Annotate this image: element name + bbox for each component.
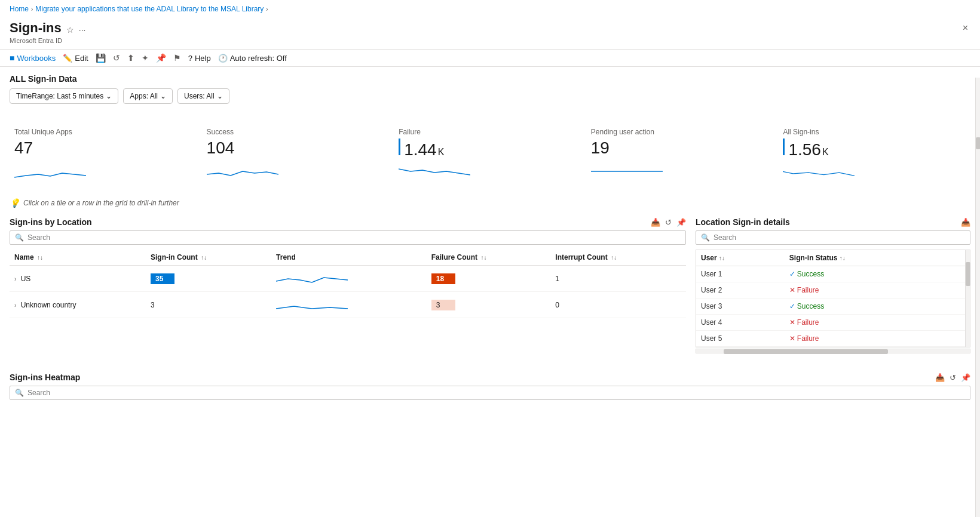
apps-label: Apps: All [130, 92, 158, 100]
stat-all-signins[interactable]: All Sign-ins 1.56K [778, 123, 970, 193]
location-detail-search-box[interactable]: 🔍 [696, 230, 970, 245]
location-detail-search-input[interactable] [713, 233, 965, 242]
user4-status-badge: ✕ Failure [789, 318, 953, 327]
failure-accent-bar [399, 139, 400, 155]
x-icon: ✕ [789, 286, 795, 294]
col-user: User ↑↓ [696, 250, 785, 266]
users-filter[interactable]: Users: All ⌄ [177, 88, 229, 104]
feedback-icon[interactable]: ⚑ [173, 53, 181, 63]
us-signin-bar: 35 [151, 273, 174, 284]
us-trend-chart [276, 269, 348, 286]
hint-row: 💡 Click on a tile or a row in the grid t… [0, 193, 980, 213]
user1-status: ✓ Success [785, 266, 958, 282]
status-sort-icon[interactable]: ↑↓ [840, 255, 846, 261]
stat-pending[interactable]: Pending user action 19 [586, 123, 779, 193]
stat-failure-value: 1.44K [399, 139, 577, 159]
table-row[interactable]: › US 35 18 [10, 266, 686, 292]
table-row[interactable]: User 2 ✕ Failure [696, 282, 970, 298]
table-row[interactable]: User 5 ✕ Failure [696, 331, 970, 347]
heatmap-title: Sign-ins Heatmap [10, 373, 80, 382]
auto-refresh-button[interactable]: 🕐 Auto refresh: Off [218, 54, 287, 63]
pin-icon[interactable]: ☆ [66, 25, 74, 35]
location-table-header-row: Name ↑↓ Sign-in Count ↑↓ Trend Failure C… [10, 250, 686, 266]
name-sort-icon[interactable]: ↑↓ [37, 254, 43, 261]
main-scrollbar-thumb [976, 137, 980, 149]
refresh-icon[interactable]: ↺ [113, 53, 120, 63]
heatmap-undo-icon[interactable]: ↺ [950, 373, 956, 382]
stats-row: Total Unique Apps 47 Success 104 Failure… [0, 113, 980, 193]
row-unknown-name: › Unknown country [10, 292, 146, 318]
timerange-chevron: ⌄ [106, 92, 112, 100]
breadcrumb-link[interactable]: Migrate your applications that use the A… [35, 5, 264, 13]
users-label: Users: All [184, 92, 215, 100]
horizontal-scrollbar[interactable] [696, 349, 970, 353]
heatmap-pin-icon[interactable]: 📌 [961, 373, 970, 382]
stat-failure[interactable]: Failure 1.44K [394, 123, 586, 193]
interrupt-count-sort-icon[interactable]: ↑↓ [611, 254, 617, 261]
help-button[interactable]: ? Help [188, 54, 211, 63]
save-icon[interactable]: 💾 [96, 53, 106, 63]
signin-count-sort-icon[interactable]: ↑↓ [201, 254, 207, 261]
apps-filter[interactable]: Apps: All ⌄ [123, 88, 173, 104]
row-us-name: › US [10, 266, 146, 292]
user2-name: User 2 [696, 282, 785, 298]
main-scrollbar[interactable] [975, 78, 980, 405]
user1-name: User 1 [696, 266, 785, 282]
col-failure-count: Failure Count ↑↓ [427, 250, 551, 266]
stat-pending-value: 19 [591, 139, 769, 158]
location-search-box[interactable]: 🔍 [10, 230, 686, 245]
heatmap-panel-header: Sign-ins Heatmap 📥 ↺ 📌 [10, 368, 970, 386]
row-unknown-failure-count: 3 [427, 292, 551, 318]
unknown-failure-bar: 3 [431, 300, 455, 310]
table-row[interactable]: User 1 ✓ Success [696, 266, 970, 282]
table-row[interactable]: › Unknown country 3 3 [10, 292, 686, 318]
detail-download-icon[interactable]: 📥 [961, 218, 970, 227]
location-detail-search-icon: 🔍 [701, 233, 710, 242]
location-panel: Sign-ins by Location 📥 ↺ 📌 🔍 Name ↑↓ Si [10, 213, 686, 353]
horizontal-scrollbar-thumb [724, 349, 888, 354]
us-expand-icon[interactable]: › [14, 276, 16, 282]
main-content: Sign-ins by Location 📥 ↺ 📌 🔍 Name ↑↓ Si [0, 213, 980, 353]
pin-toolbar-icon[interactable]: 📌 [156, 53, 166, 63]
location-detail-title: Location Sign-in details [696, 217, 790, 227]
stat-total-unique-apps[interactable]: Total Unique Apps 47 [10, 123, 202, 193]
col-signin-status: Sign-in Status ↑↓ [785, 250, 958, 266]
user3-name: User 3 [696, 298, 785, 315]
stat-failure-chart [399, 164, 470, 182]
auto-refresh-label: Auto refresh: Off [230, 54, 287, 63]
unknown-expand-icon[interactable]: › [14, 302, 16, 309]
location-panel-header: Sign-ins by Location 📥 ↺ 📌 [10, 213, 686, 230]
right-scrollbar[interactable] [965, 250, 970, 347]
title-area: Sign-ins ☆ ··· Microsoft Entra ID [10, 20, 85, 44]
user5-status-badge: ✕ Failure [789, 334, 953, 343]
location-download-icon[interactable]: 📥 [651, 218, 660, 227]
timerange-filter[interactable]: TimeRange: Last 5 minutes ⌄ [10, 88, 118, 104]
user4-name: User 4 [696, 315, 785, 331]
heatmap-search-box[interactable]: 🔍 [10, 386, 970, 400]
us-failure-bar: 18 [431, 273, 455, 284]
stat-success[interactable]: Success 104 [202, 123, 394, 193]
location-undo-icon[interactable]: ↺ [665, 218, 672, 227]
breadcrumb-home[interactable]: Home [10, 5, 29, 13]
heatmap-search-input[interactable] [27, 389, 965, 397]
workbooks-button[interactable]: ■ Workbooks [10, 53, 56, 63]
edit-button[interactable]: ✏️ Edit [63, 54, 88, 63]
ellipsis-icon[interactable]: ··· [79, 25, 86, 35]
table-row[interactable]: User 4 ✕ Failure [696, 315, 970, 331]
location-pin-icon[interactable]: 📌 [676, 218, 686, 227]
stat-total-unique-apps-label: Total Unique Apps [14, 128, 192, 136]
row-us-trend [271, 266, 427, 292]
location-search-input[interactable] [27, 233, 681, 242]
upload-icon[interactable]: ⬆ [127, 53, 134, 63]
location-panel-title: Sign-ins by Location [10, 217, 92, 227]
user3-status: ✓ Success [785, 298, 958, 315]
table-row[interactable]: User 3 ✓ Success [696, 298, 970, 315]
failure-count-sort-icon[interactable]: ↑↓ [480, 254, 486, 261]
close-button[interactable]: × [960, 20, 970, 36]
stat-pending-label: Pending user action [591, 128, 769, 136]
heatmap-download-icon[interactable]: 📥 [935, 373, 945, 382]
user-sort-icon[interactable]: ↑↓ [719, 255, 725, 261]
hint-icon: 💡 [10, 198, 20, 208]
star-icon[interactable]: ✦ [142, 53, 149, 63]
user1-status-badge: ✓ Success [789, 270, 953, 278]
